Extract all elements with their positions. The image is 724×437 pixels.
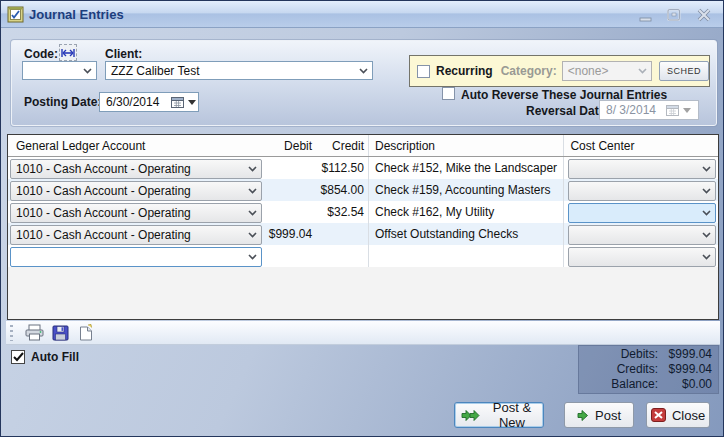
reversal-date-label: Reversal Date: — [526, 104, 609, 118]
posting-date-label: Posting Date: — [24, 95, 101, 109]
account-value: 1010 - Cash Account - Operating — [16, 184, 191, 198]
chevron-down-icon — [79, 68, 96, 74]
cost-center-combobox[interactable] — [568, 225, 716, 245]
chevron-down-icon — [244, 232, 261, 238]
sched-button[interactable]: SCHED — [659, 61, 709, 81]
reversal-date-field: 8/ 3/2014 — [599, 100, 699, 120]
category-combobox[interactable]: <none> — [562, 61, 652, 81]
post-button[interactable]: Post — [564, 402, 634, 428]
account-combobox[interactable]: 1010 - Cash Account - Operating — [10, 225, 262, 245]
green-arrow-icon — [577, 409, 589, 422]
description-cell[interactable]: Check #162, My Utility — [369, 201, 564, 223]
recurring-panel: Recurring Category: <none> SCHED — [409, 55, 710, 87]
chevron-down-icon — [244, 254, 261, 260]
title-bar[interactable]: Journal Entries — [1, 1, 723, 28]
description-cell[interactable] — [369, 245, 564, 267]
credit-cell[interactable]: $32.54 — [316, 201, 369, 223]
debit-cell[interactable] — [263, 245, 316, 267]
debit-cell[interactable]: $999.04 — [263, 223, 316, 245]
credit-cell[interactable]: $854.00 — [316, 179, 369, 201]
auto-fill-checkbox-checked[interactable] — [11, 350, 25, 364]
save-button[interactable] — [47, 322, 73, 344]
chevron-down-icon — [698, 188, 715, 194]
recurring-checkbox[interactable] — [417, 65, 430, 78]
description-cell[interactable]: Check #152, Mike the Landscaper — [369, 157, 564, 179]
calendar-icon — [666, 104, 679, 116]
column-header-account[interactable]: General Ledger Account — [8, 135, 263, 156]
chevron-down-icon — [355, 68, 372, 74]
post-and-new-label: Post & New — [487, 400, 537, 430]
totals-panel: Debits:$999.04 Credits:$999.04 Balance:$… — [578, 345, 719, 394]
grid-toolbar — [6, 321, 720, 345]
account-value: 1010 - Cash Account - Operating — [16, 162, 191, 176]
printer-icon — [25, 324, 44, 341]
minimize-button[interactable] — [633, 1, 659, 28]
maximize-button[interactable] — [661, 1, 687, 28]
window-title: Journal Entries — [29, 7, 124, 22]
column-header-cost-center[interactable]: Cost Center — [564, 135, 718, 156]
new-entry-button[interactable] — [73, 322, 99, 344]
calendar-icon[interactable] — [171, 96, 184, 108]
debit-cell[interactable] — [263, 201, 316, 223]
code-resize-icon[interactable] — [59, 44, 77, 61]
chevron-down-icon — [698, 166, 715, 172]
account-value: 1010 - Cash Account - Operating — [16, 206, 191, 220]
credit-cell[interactable] — [316, 245, 369, 267]
account-value: 1010 - Cash Account - Operating — [16, 228, 191, 242]
code-combobox[interactable] — [22, 61, 97, 80]
recurring-label: Recurring — [436, 64, 493, 78]
table-row: 1010 - Cash Account - Operating $112.50 … — [8, 157, 718, 179]
credits-label: Credits: — [617, 362, 658, 377]
category-value: <none> — [568, 64, 609, 78]
description-cell[interactable]: Offset Outstanding Checks — [369, 223, 564, 245]
chevron-down-icon — [634, 68, 651, 74]
table-row: 1010 - Cash Account - Operating $999.04 … — [8, 223, 718, 245]
posting-date-field[interactable]: 6/30/2014 — [99, 92, 199, 112]
entry-settings-groupbox: Code: Client: ZZZ Caliber Test Posting D… — [11, 40, 717, 126]
auto-fill-label: Auto Fill — [31, 350, 79, 364]
floppy-disk-icon — [52, 325, 69, 341]
cost-center-combobox-focused[interactable] — [568, 203, 716, 223]
cost-center-combobox[interactable] — [568, 159, 716, 179]
category-label: Category: — [501, 64, 557, 78]
cost-center-combobox[interactable] — [568, 247, 716, 267]
debit-cell[interactable] — [263, 179, 316, 201]
account-combobox[interactable]: 1010 - Cash Account - Operating — [10, 181, 262, 201]
new-document-icon — [79, 324, 93, 341]
credits-value: $999.04 — [658, 362, 712, 377]
grid-header-row: General Ledger Account Debit Credit Desc… — [8, 135, 718, 157]
code-label: Code: — [24, 47, 58, 61]
client-combobox[interactable]: ZZZ Caliber Test — [105, 61, 373, 80]
account-combobox-focused[interactable] — [10, 247, 262, 267]
cost-center-combobox[interactable] — [568, 181, 716, 201]
debits-label: Debits: — [621, 347, 658, 362]
chevron-down-icon — [244, 166, 261, 172]
balance-value: $0.00 — [658, 377, 712, 392]
close-button[interactable]: Close — [646, 402, 710, 428]
credit-cell[interactable]: $112.50 — [316, 157, 369, 179]
column-header-description[interactable]: Description — [369, 135, 564, 156]
debit-cell[interactable] — [263, 157, 316, 179]
credit-cell[interactable] — [316, 223, 369, 245]
post-and-new-button[interactable]: Post & New — [454, 402, 544, 428]
checkmark-icon — [13, 352, 24, 362]
account-combobox[interactable]: 1010 - Cash Account - Operating — [10, 203, 262, 223]
description-cell[interactable]: Check #159, Accounting Masters — [369, 179, 564, 201]
auto-fill-control[interactable]: Auto Fill — [11, 350, 79, 364]
account-combobox[interactable]: 1010 - Cash Account - Operating — [10, 159, 262, 179]
table-row-new — [8, 245, 718, 267]
close-window-button[interactable] — [691, 1, 717, 28]
journal-entries-grid: General Ledger Account Debit Credit Desc… — [7, 134, 719, 320]
print-button[interactable] — [21, 322, 47, 344]
column-header-credit[interactable]: Credit — [316, 135, 369, 156]
chevron-down-icon — [698, 254, 715, 260]
dropdown-arrow-icon — [683, 108, 691, 113]
reversal-date-value: 8/ 3/2014 — [606, 103, 656, 117]
auto-reverse-checkbox[interactable] — [442, 87, 455, 100]
toolbar-grip-handle[interactable] — [10, 325, 13, 341]
column-header-debit[interactable]: Debit — [263, 135, 316, 156]
dropdown-arrow-icon[interactable] — [188, 100, 196, 105]
chevron-down-icon — [698, 232, 715, 238]
chevron-down-icon — [244, 188, 261, 194]
journal-entries-app-icon — [7, 6, 24, 23]
